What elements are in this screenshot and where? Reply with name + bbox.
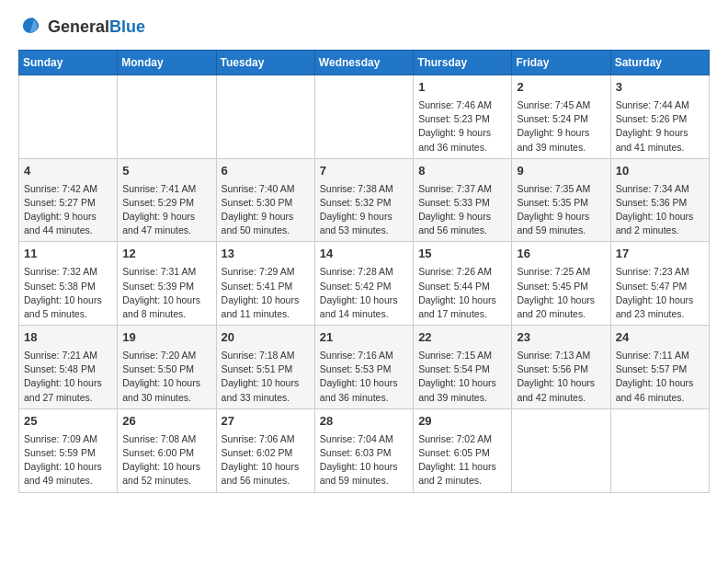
day-info: Sunset: 5:48 PM bbox=[24, 362, 112, 376]
day-info: Sunset: 5:41 PM bbox=[222, 280, 310, 293]
day-info: Daylight: 10 hours and 30 minutes. bbox=[122, 376, 210, 404]
day-number: 28 bbox=[320, 413, 408, 431]
logo-text: GeneralBlue bbox=[48, 18, 145, 37]
logo-icon bbox=[18, 15, 44, 40]
day-info: Sunrise: 7:25 AM bbox=[517, 265, 605, 279]
day-info: Sunrise: 7:41 AM bbox=[122, 182, 210, 196]
calendar-cell: 19Sunrise: 7:20 AMSunset: 5:50 PMDayligh… bbox=[118, 326, 216, 409]
day-info: Sunrise: 7:15 AM bbox=[418, 349, 506, 362]
day-info: Sunrise: 7:34 AM bbox=[616, 182, 704, 196]
calendar-cell: 20Sunrise: 7:18 AMSunset: 5:51 PMDayligh… bbox=[216, 326, 314, 409]
day-number: 25 bbox=[24, 413, 112, 431]
calendar-cell bbox=[314, 75, 413, 159]
day-info: Sunset: 5:54 PM bbox=[418, 362, 506, 376]
day-info: Daylight: 10 hours and 52 minutes. bbox=[122, 460, 210, 488]
day-number: 13 bbox=[222, 246, 310, 263]
day-info: Daylight: 9 hours and 36 minutes. bbox=[418, 126, 506, 154]
day-info: Sunrise: 7:44 AM bbox=[616, 98, 704, 112]
day-info: Daylight: 9 hours and 56 minutes. bbox=[418, 210, 506, 237]
day-number: 11 bbox=[24, 246, 112, 263]
day-info: Sunset: 5:30 PM bbox=[222, 196, 310, 210]
day-info: Sunrise: 7:23 AM bbox=[616, 265, 704, 279]
day-info: Sunset: 6:02 PM bbox=[222, 446, 310, 460]
day-number: 6 bbox=[222, 163, 310, 180]
logo: GeneralBlue bbox=[18, 15, 145, 40]
day-header-sunday: Sunday bbox=[19, 51, 118, 75]
calendar-cell: 18Sunrise: 7:21 AMSunset: 5:48 PMDayligh… bbox=[19, 326, 118, 409]
calendar-cell: 11Sunrise: 7:32 AMSunset: 5:38 PMDayligh… bbox=[19, 242, 118, 326]
day-info: Daylight: 9 hours and 44 minutes. bbox=[24, 210, 112, 237]
day-info: Daylight: 11 hours and 2 minutes. bbox=[418, 460, 506, 488]
day-info: Daylight: 10 hours and 17 minutes. bbox=[418, 293, 506, 321]
day-info: Daylight: 10 hours and 39 minutes. bbox=[418, 376, 506, 404]
day-info: Sunrise: 7:35 AM bbox=[517, 182, 605, 196]
day-info: Sunrise: 7:45 AM bbox=[517, 98, 605, 112]
calendar-cell: 3Sunrise: 7:44 AMSunset: 5:26 PMDaylight… bbox=[610, 75, 709, 159]
day-number: 10 bbox=[616, 163, 704, 180]
day-info: Daylight: 10 hours and 5 minutes. bbox=[24, 293, 112, 321]
day-number: 15 bbox=[418, 246, 506, 263]
day-info: Sunset: 5:36 PM bbox=[616, 196, 704, 210]
day-number: 21 bbox=[320, 329, 408, 347]
day-info: Sunrise: 7:29 AM bbox=[222, 265, 310, 279]
calendar-cell: 16Sunrise: 7:25 AMSunset: 5:45 PMDayligh… bbox=[512, 242, 610, 326]
day-info: Daylight: 10 hours and 56 minutes. bbox=[222, 460, 310, 488]
day-info: Sunrise: 7:04 AM bbox=[320, 432, 408, 446]
calendar-cell: 22Sunrise: 7:15 AMSunset: 5:54 PMDayligh… bbox=[414, 326, 512, 409]
day-info: Sunrise: 7:26 AM bbox=[418, 265, 506, 279]
calendar-cell: 9Sunrise: 7:35 AMSunset: 5:35 PMDaylight… bbox=[512, 158, 610, 242]
calendar-cell: 27Sunrise: 7:06 AMSunset: 6:02 PMDayligh… bbox=[216, 408, 314, 492]
calendar-cell: 7Sunrise: 7:38 AMSunset: 5:32 PMDaylight… bbox=[314, 158, 413, 242]
day-info: Daylight: 9 hours and 39 minutes. bbox=[517, 126, 605, 154]
day-info: Daylight: 10 hours and 46 minutes. bbox=[616, 376, 704, 404]
day-info: Sunset: 5:44 PM bbox=[418, 280, 506, 293]
day-info: Sunrise: 7:28 AM bbox=[320, 265, 408, 279]
calendar-cell: 17Sunrise: 7:23 AMSunset: 5:47 PMDayligh… bbox=[610, 242, 709, 326]
day-info: Daylight: 10 hours and 33 minutes. bbox=[222, 376, 310, 404]
day-info: Sunrise: 7:18 AM bbox=[222, 349, 310, 362]
calendar-week-0: 1Sunrise: 7:46 AMSunset: 5:23 PMDaylight… bbox=[19, 75, 710, 159]
day-info: Sunset: 5:42 PM bbox=[320, 280, 408, 293]
day-info: Sunrise: 7:40 AM bbox=[222, 182, 310, 196]
day-info: Daylight: 10 hours and 2 minutes. bbox=[616, 210, 704, 237]
day-number: 2 bbox=[517, 79, 605, 97]
day-header-thursday: Thursday bbox=[414, 51, 512, 75]
calendar-cell bbox=[512, 408, 610, 492]
day-header-friday: Friday bbox=[512, 51, 610, 75]
calendar-cell: 25Sunrise: 7:09 AMSunset: 5:59 PMDayligh… bbox=[19, 408, 118, 492]
calendar-week-2: 11Sunrise: 7:32 AMSunset: 5:38 PMDayligh… bbox=[19, 242, 710, 326]
day-header-wednesday: Wednesday bbox=[314, 51, 413, 75]
day-info: Sunrise: 7:16 AM bbox=[320, 349, 408, 362]
day-info: Sunset: 5:57 PM bbox=[616, 362, 704, 376]
day-number: 3 bbox=[616, 79, 704, 97]
calendar-cell: 15Sunrise: 7:26 AMSunset: 5:44 PMDayligh… bbox=[414, 242, 512, 326]
day-info: Sunrise: 7:38 AM bbox=[320, 182, 408, 196]
day-number: 12 bbox=[122, 246, 210, 263]
day-info: Daylight: 9 hours and 50 minutes. bbox=[222, 210, 310, 237]
day-number: 19 bbox=[122, 329, 210, 347]
day-info: Daylight: 10 hours and 36 minutes. bbox=[320, 376, 408, 404]
day-header-monday: Monday bbox=[118, 51, 216, 75]
day-number: 22 bbox=[418, 329, 506, 347]
calendar-cell: 5Sunrise: 7:41 AMSunset: 5:29 PMDaylight… bbox=[118, 158, 216, 242]
day-number: 27 bbox=[222, 413, 310, 431]
day-info: Sunrise: 7:21 AM bbox=[24, 349, 112, 362]
day-number: 9 bbox=[517, 163, 605, 180]
calendar-cell: 24Sunrise: 7:11 AMSunset: 5:57 PMDayligh… bbox=[610, 326, 709, 409]
day-info: Daylight: 9 hours and 41 minutes. bbox=[616, 126, 704, 154]
day-info: Sunrise: 7:42 AM bbox=[24, 182, 112, 196]
day-info: Sunset: 5:45 PM bbox=[517, 280, 605, 293]
day-info: Sunset: 5:56 PM bbox=[517, 362, 605, 376]
day-info: Sunrise: 7:31 AM bbox=[122, 265, 210, 279]
day-number: 1 bbox=[418, 79, 506, 97]
day-info: Daylight: 10 hours and 14 minutes. bbox=[320, 293, 408, 321]
day-number: 23 bbox=[517, 329, 605, 347]
calendar-cell: 23Sunrise: 7:13 AMSunset: 5:56 PMDayligh… bbox=[512, 326, 610, 409]
day-info: Sunrise: 7:37 AM bbox=[418, 182, 506, 196]
calendar-header-row: SundayMondayTuesdayWednesdayThursdayFrid… bbox=[19, 51, 710, 75]
calendar-cell: 29Sunrise: 7:02 AMSunset: 6:05 PMDayligh… bbox=[414, 408, 512, 492]
calendar-cell: 28Sunrise: 7:04 AMSunset: 6:03 PMDayligh… bbox=[314, 408, 413, 492]
calendar-cell: 21Sunrise: 7:16 AMSunset: 5:53 PMDayligh… bbox=[314, 326, 413, 409]
calendar-cell: 13Sunrise: 7:29 AMSunset: 5:41 PMDayligh… bbox=[216, 242, 314, 326]
calendar-week-3: 18Sunrise: 7:21 AMSunset: 5:48 PMDayligh… bbox=[19, 326, 710, 409]
